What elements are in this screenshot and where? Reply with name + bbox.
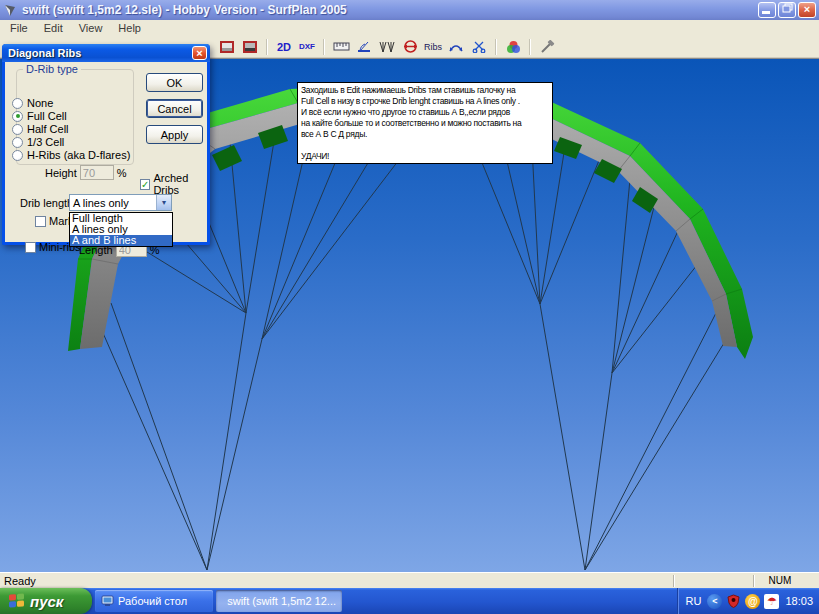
export-dxf-button[interactable]: DXF — [298, 38, 316, 56]
check-icon: ✓ — [141, 179, 149, 190]
dialog-close-icon: × — [196, 47, 202, 59]
radio-h-ribs-circle — [12, 150, 23, 161]
surfplan-task-icon — [222, 595, 223, 607]
lines-button[interactable] — [378, 38, 396, 56]
radio-none-circle — [12, 98, 23, 109]
dialog-title: Diagonal Ribs — [8, 47, 192, 59]
cancel-button[interactable]: Cancel — [146, 99, 203, 118]
window-title: swift (swift 1,5m2 12.sle) - Hobby Versi… — [22, 3, 758, 17]
menu-bar: File Edit View Help — [0, 20, 819, 36]
miniribs-checkbox[interactable] — [25, 242, 36, 253]
mark-row: Mark — [35, 215, 73, 227]
avira-icon[interactable]: ☂ — [764, 594, 779, 609]
drib-length-value: A lines only — [70, 197, 156, 209]
toolbar-separator — [323, 39, 325, 55]
window-titlebar: swift (swift 1,5m2 12.sle) - Hobby Versi… — [0, 0, 819, 20]
language-indicator[interactable]: RU — [686, 595, 704, 607]
mark-checkbox[interactable] — [35, 216, 46, 227]
annotation-line: на кайте больше то и соответственно и мо… — [301, 118, 549, 129]
dropdown-option-a-and-b[interactable]: A and B lines — [70, 235, 172, 246]
diagonal-ribs-dialog: Diagonal Ribs × D-Rib type None Full Cel… — [2, 44, 210, 245]
radio-half-cell[interactable]: Half Cell — [12, 123, 69, 135]
drib-length-dropdown: Full length A lines only A and B lines — [69, 212, 173, 247]
width-button[interactable] — [401, 38, 419, 56]
arched-dribs-row: ✓ Arched Dribs — [140, 172, 207, 196]
radio-half-cell-label: Half Cell — [27, 123, 69, 135]
arched-dribs-checkbox[interactable]: ✓ — [140, 179, 150, 190]
radio-third-cell[interactable]: 1/3 Cell — [12, 136, 64, 148]
apply-button[interactable]: Apply — [146, 125, 203, 144]
drib-length-select[interactable]: A lines only ▾ — [69, 194, 172, 211]
tools-button[interactable] — [538, 38, 556, 56]
menu-item-help[interactable]: Help — [110, 21, 149, 35]
cut-button[interactable] — [470, 38, 488, 56]
annotation-line: И всё если нужно что другое то ставишь А… — [301, 107, 549, 118]
close-button[interactable]: × — [798, 2, 816, 18]
minimize-button[interactable] — [758, 2, 776, 18]
annotation-line — [301, 140, 549, 151]
menu-item-file[interactable]: File — [2, 21, 36, 35]
radio-h-ribs[interactable]: H-Ribs (aka D-flares) — [12, 149, 130, 161]
height-label: Height — [45, 167, 77, 179]
taskbar-item-label: Рабочий стол — [118, 595, 187, 607]
toolbar-separator — [495, 39, 497, 55]
radio-none[interactable]: None — [12, 97, 53, 109]
ribs-button[interactable]: Ribs — [424, 38, 442, 56]
arch-button[interactable] — [447, 38, 465, 56]
ok-button[interactable]: OK — [146, 73, 203, 92]
resize-grip — [805, 574, 819, 588]
surfplan-window: swift (swift 1,5m2 12.sle) - Hobby Versi… — [0, 0, 819, 614]
status-panel — [675, 574, 753, 588]
arc-icon — [448, 41, 464, 53]
annotation-line: Заходишь в Edit нажимаешь Dribs там став… — [301, 85, 549, 96]
annotation-line: УДАЧИ! — [301, 151, 549, 162]
cell-light-icon — [220, 41, 234, 53]
radio-full-cell-label: Full Cell — [27, 110, 67, 122]
radio-h-ribs-label: H-Ribs (aka D-flares) — [27, 149, 130, 161]
messenger-icon[interactable]: @ — [745, 594, 760, 609]
restore-button[interactable] — [778, 2, 796, 18]
clock[interactable]: 18:03 — [785, 595, 813, 607]
color-wheel-icon — [506, 40, 521, 54]
dialog-titlebar: Diagonal Ribs × — [2, 44, 210, 62]
dialog-close-button[interactable]: × — [192, 46, 207, 60]
antivirus-shield-icon[interactable] — [726, 594, 741, 609]
colors-button[interactable] — [504, 38, 522, 56]
scissors-icon — [472, 40, 486, 53]
cell-dark-icon — [243, 41, 257, 53]
bridle-lines-icon — [379, 40, 395, 53]
windows-logo-icon — [8, 592, 25, 609]
menu-item-edit[interactable]: Edit — [36, 21, 71, 35]
system-tray: RU < @ ☂ 18:03 — [677, 588, 819, 614]
taskbar-item-surfplan[interactable]: swift (swift 1,5m2 12... — [216, 590, 342, 612]
measure-button[interactable] — [332, 38, 350, 56]
annotation-line: Full Cell в низу в строчке Drib lenght с… — [301, 96, 549, 107]
drib-length-label: Drib length — [20, 197, 73, 209]
status-text: Ready — [0, 575, 673, 587]
taskbar-item-desktop[interactable]: Рабочий стол — [95, 590, 213, 612]
annotation-note: Заходишь в Edit нажимаешь Dribs там став… — [297, 82, 553, 164]
cell-view-light-button[interactable] — [218, 38, 236, 56]
height-input — [80, 165, 114, 180]
toolbar-separator — [529, 39, 531, 55]
angle-tool-button[interactable] — [355, 38, 373, 56]
app-icon — [3, 3, 18, 18]
status-bar: Ready NUM — [0, 572, 819, 588]
drib-type-group-title: D-Rib type — [23, 63, 81, 75]
cell-view-dark-button[interactable] — [241, 38, 259, 56]
view-2d-button[interactable]: 2D — [275, 38, 293, 56]
width-arrow-icon — [403, 40, 418, 53]
taskbar-item-label: swift (swift 1,5m2 12... — [227, 595, 336, 607]
hammer-icon — [539, 40, 555, 54]
language-bar-icon[interactable]: < — [707, 594, 722, 609]
protractor-icon — [356, 40, 372, 53]
start-button[interactable]: пуск — [0, 588, 92, 614]
radio-half-cell-circle — [12, 124, 23, 135]
toolbar-separator — [266, 39, 268, 55]
ruler-icon — [333, 41, 350, 52]
radio-third-cell-label: 1/3 Cell — [27, 136, 64, 148]
arched-dribs-label: Arched Dribs — [153, 172, 207, 196]
radio-full-cell[interactable]: Full Cell — [12, 110, 67, 122]
menu-item-view[interactable]: View — [71, 21, 111, 35]
close-icon: × — [804, 3, 810, 15]
